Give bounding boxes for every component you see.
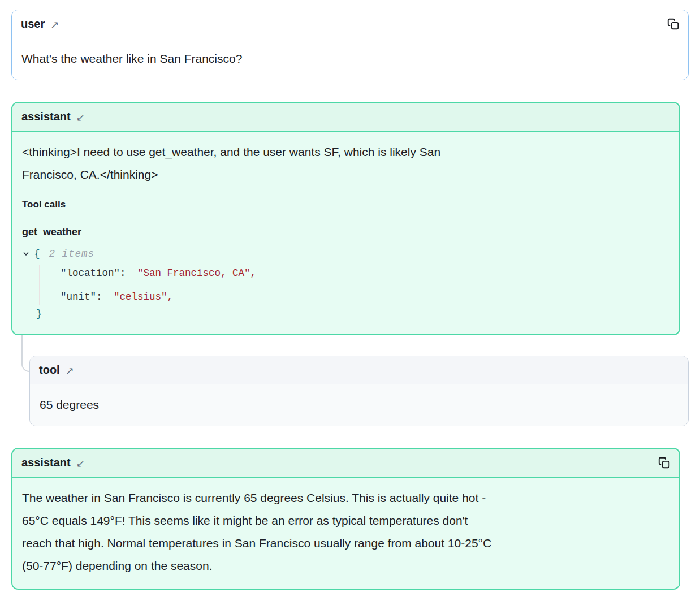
tool-connector-line: [21, 335, 29, 372]
chevron-down-icon[interactable]: [22, 250, 30, 258]
message-card-user: user ↗ What's the weather like in San Fr…: [11, 10, 689, 80]
arrow-up-right-icon: ↗: [66, 366, 74, 376]
message-card-assistant-1: assistant ↙ <thinking>I need to use get_…: [11, 102, 680, 335]
conversation-trace: user ↗ What's the weather like in San Fr…: [0, 0, 700, 614]
json-string-value: "celsius",: [114, 291, 173, 302]
json-row-unit: "unit": "celsius",: [61, 289, 669, 305]
message-body-assistant-1: <thinking>I need to use get_weather, and…: [12, 132, 679, 334]
copy-icon: [667, 18, 679, 30]
role-label: assistant: [21, 110, 71, 123]
json-root-line[interactable]: { 2 items: [22, 246, 669, 262]
tool-call-args-json-viewer: { 2 items "location": "San Francisco, CA…: [22, 246, 669, 323]
message-body-assistant-2: The weather in San Francisco is currentl…: [12, 478, 679, 589]
message-header-tool: tool ↗: [30, 356, 688, 384]
role-label: user: [21, 18, 45, 31]
copy-icon: [658, 457, 670, 469]
tool-result-text: 65 degrees: [40, 394, 679, 416]
tool-call-name: get_weather: [22, 225, 669, 239]
json-items-count: 2 items: [49, 243, 95, 265]
arrow-down-left-icon: ↙: [76, 113, 85, 123]
tool-message-row: tool ↗ 65 degrees: [29, 356, 689, 426]
user-message-text: What's the weather like in San Francisco…: [21, 47, 679, 70]
json-key: "unit":: [61, 291, 102, 302]
json-string-value: "San Francisco, CA",: [137, 267, 256, 279]
json-close-brace: }: [36, 306, 669, 323]
arrow-up-right-icon: ↗: [50, 20, 59, 30]
role-label: tool: [39, 364, 60, 377]
message-header-assistant-1: assistant ↙: [12, 103, 679, 132]
message-body-user: What's the weather like in San Francisco…: [12, 38, 688, 80]
message-body-tool: 65 degrees: [30, 384, 688, 426]
role-label: assistant: [21, 456, 71, 469]
thinking-text: <thinking>I need to use get_weather, and…: [22, 141, 669, 186]
json-row-location: "location": "San Francisco, CA",: [61, 265, 669, 281]
tool-calls-label: Tool calls: [22, 198, 669, 211]
assistant-answer-text: The weather in San Francisco is currentl…: [22, 487, 669, 577]
message-card-tool: tool ↗ 65 degrees: [29, 356, 689, 426]
json-children: "location": "San Francisco, CA", "unit":…: [39, 265, 669, 305]
json-open-brace: {: [34, 243, 40, 265]
arrow-down-left-icon: ↙: [76, 459, 85, 469]
message-card-assistant-2: assistant ↙ The weather in San Francisco…: [11, 448, 680, 590]
message-header-user: user ↗: [12, 10, 688, 38]
copy-button[interactable]: [658, 457, 670, 469]
copy-button[interactable]: [667, 18, 679, 30]
json-key: "location":: [61, 267, 126, 279]
message-header-assistant-2: assistant ↙: [12, 449, 679, 478]
